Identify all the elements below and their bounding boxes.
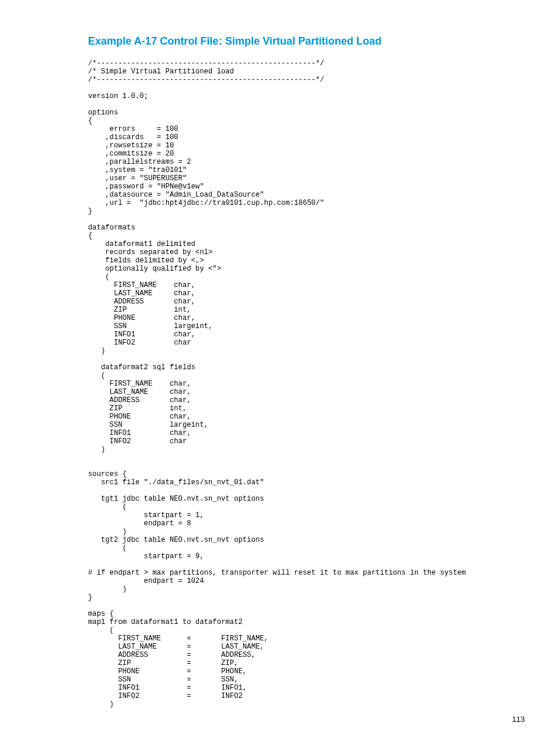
page-number: 113 [512, 715, 525, 724]
document-page: Example A-17 Control File: Simple Virtua… [0, 0, 560, 746]
code-block: /*--------------------------------------… [88, 59, 525, 708]
example-title: Example A-17 Control File: Simple Virtua… [88, 35, 525, 48]
